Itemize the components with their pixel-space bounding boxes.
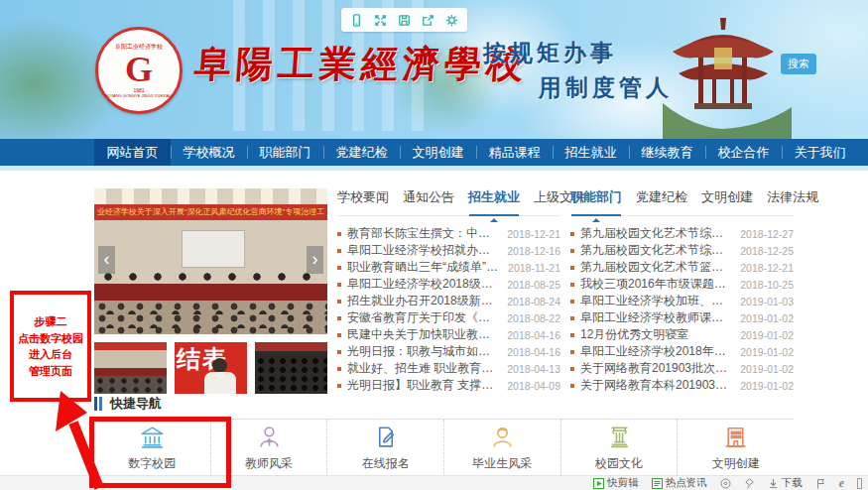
photo-projector-screen — [182, 230, 245, 268]
tab-admissions[interactable]: 招生就业 — [468, 188, 520, 206]
share-icon[interactable] — [421, 13, 435, 28]
tab-laws[interactable]: 法律法规 — [767, 188, 818, 206]
column-icon — [606, 424, 633, 450]
carousel-main-photo[interactable]: 业经济学校关于深入开展“深化正风肃纪优化营商环境”专项治理工 ‹ › — [94, 188, 327, 334]
bullet-icon — [570, 367, 574, 371]
nav-item-admissions[interactable]: 招生就业 — [553, 139, 629, 166]
bullet-icon — [337, 283, 341, 287]
compass-icon[interactable] — [720, 478, 731, 489]
bullet-icon — [337, 384, 341, 388]
news-item[interactable]: 阜阳工业经济学校2018级新生报到场面火...2018-08-25 — [337, 276, 560, 293]
header-banner: 阜阳工业经济学校 G 1981 FUYANG GONGYE JINGJI XUE… — [0, 0, 868, 139]
save-icon[interactable] — [397, 13, 412, 28]
carousel-thumbnail-1[interactable] — [94, 342, 167, 394]
kite-icon[interactable] — [744, 478, 755, 489]
nav-item-about-us[interactable]: 关于我们 — [782, 139, 858, 166]
news-item[interactable]: 阜阳工业经济学校2018年秋季学期校内资...2019-01-02 — [570, 343, 794, 360]
news-panel-mid: 学校要闻 通知公告 招生就业 上级文件 教育部长陈宝生撰文：中国教育，波澜壮..… — [337, 188, 560, 394]
bullet-icon — [570, 333, 574, 337]
settings-icon[interactable] — [444, 13, 459, 28]
video-clip-icon — [593, 478, 604, 489]
search-button[interactable]: 搜索 — [781, 54, 816, 74]
download-button[interactable]: 下载 — [768, 476, 803, 490]
nav-item-courses[interactable]: 精品课程 — [476, 139, 553, 166]
logo-ring-text-en: FUYANG GONGYE JINGJI XUEXIAO — [105, 93, 172, 98]
news-item[interactable]: 就业好、招生难 职业教育到底“差”在...2018-04-13 — [337, 360, 560, 377]
photo-panel-people — [98, 270, 323, 284]
form-icon — [372, 424, 399, 450]
quick-clip-button[interactable]: 快剪辑 — [593, 476, 639, 490]
quick-nav-online-registration[interactable]: 在线报名 — [327, 420, 444, 475]
hot-news-button[interactable]: 热点资讯 — [652, 476, 707, 490]
bullet-icon — [337, 350, 341, 354]
teacher-icon — [256, 424, 283, 450]
flag-icon[interactable] — [815, 478, 826, 489]
news-item[interactable]: 12月份优秀文明寝室2019-01-02 — [570, 326, 794, 343]
nav-item-departments[interactable]: 职能部门 — [247, 139, 323, 166]
bullet-icon — [570, 316, 574, 320]
nav-item-party-discipline[interactable]: 党建纪检 — [323, 139, 400, 166]
news-item[interactable]: 民建中央关于加快职业教育转型 提高城...2018-04-16 — [337, 326, 560, 343]
tab-school-news[interactable]: 学校要闻 — [337, 188, 389, 206]
bullet-icon — [570, 283, 574, 287]
news-item[interactable]: 光明日报：职教与城市如何融合发展2018-04-16 — [337, 343, 560, 360]
news-icon — [652, 478, 663, 489]
bullet-icon — [570, 350, 574, 354]
slogan-line-1: 按规矩办事 — [483, 38, 617, 68]
nav-item-school-enterprise[interactable]: 校企合作 — [705, 139, 782, 166]
quick-nav-civilization[interactable]: 文明创建 — [678, 420, 794, 475]
graduate-icon — [489, 424, 516, 450]
news-item[interactable]: 第九届校园文化艺术节综合才艺比赛决赛2018-12-27 — [570, 225, 794, 242]
quick-nav-digital-campus[interactable]: 数字校园 — [94, 420, 211, 475]
quick-nav-heading: 快捷导航 — [94, 395, 162, 413]
tab-civilization[interactable]: 文明创建 — [701, 188, 753, 206]
news-item[interactable]: 职业教育晒出三年“成绩单”每年七成新...2018-11-21 — [337, 259, 560, 276]
browser-taskbar: 快剪辑 热点资讯 下载 e — [0, 475, 868, 490]
news-item[interactable]: 阜阳工业经济学校加班、值班管理办法2019-01-03 — [570, 293, 794, 309]
building-icon — [722, 424, 749, 450]
bullet-icon — [570, 384, 574, 388]
news-item[interactable]: 我校三项2016年市级课题顺利结题2018-10-25 — [570, 276, 794, 293]
news-item[interactable]: 第九届校园文化艺术节综合才艺比赛初赛2018-12-25 — [570, 242, 794, 259]
news-item[interactable]: 第九届校园文化艺术节篮球赛决赛2018-12-21 — [570, 259, 794, 276]
nav-bottom-strip — [0, 166, 868, 171]
carousel-thumbnail-3[interactable] — [255, 342, 327, 394]
nav-item-school-overview[interactable]: 学校概况 — [171, 139, 247, 166]
bullet-icon — [337, 232, 341, 236]
carousel-prev-button[interactable]: ‹ — [98, 246, 115, 274]
site-title: 阜陽工業經濟學校 — [192, 40, 529, 89]
news-item[interactable]: 安徽省教育厅关于印发《严禁中职招生纪...2018-08-22 — [337, 309, 560, 326]
nav-item-home[interactable]: 网站首页 — [94, 139, 171, 166]
capture-toolbar — [341, 8, 467, 32]
news-item[interactable]: 教育部长陈宝生撰文：中国教育，波澜壮...2018-12-21 — [337, 225, 560, 242]
carousel-thumbnail-2[interactable]: 结表 — [175, 342, 247, 394]
news-item[interactable]: 光明日报】职业教育 支撑城市良性生长2018-04-09 — [337, 377, 560, 394]
news-item[interactable]: 关于网络教育本科201903批次毕业论文写...2019-01-02 — [570, 377, 794, 394]
tab-party-discipline[interactable]: 党建纪检 — [636, 188, 687, 206]
photo-banner-text: 业经济学校关于深入开展“深化正风肃纪优化营商环境”专项治理工 — [94, 204, 327, 220]
quick-nav-graduate-style[interactable]: 毕业生风采 — [444, 420, 561, 475]
clipped-taskbar-icon[interactable] — [857, 478, 862, 489]
ie-browser-icon[interactable]: e — [839, 478, 844, 489]
mobile-icon[interactable] — [349, 13, 364, 28]
news-item[interactable]: 招生就业办召开2018级新生开学前工作布...2018-08-24 — [337, 293, 560, 309]
news-item[interactable]: 关于网络教育201903批次高起专毕业报告...2019-01-02 — [570, 360, 794, 377]
quick-nav-campus-culture[interactable]: 校园文化 — [561, 420, 679, 475]
news-item[interactable]: 阜阳工业经济学校招就办全体党员到刘邓...2018-12-16 — [337, 242, 560, 259]
news-mid-tabs: 学校要闻 通知公告 招生就业 上级文件 — [337, 188, 560, 216]
bullet-icon — [337, 367, 341, 371]
tab-notices[interactable]: 通知公告 — [403, 188, 454, 206]
fullscreen-icon[interactable] — [373, 13, 388, 28]
nav-item-continuing-education[interactable]: 继续教育 — [629, 139, 705, 166]
quick-nav-teacher-style[interactable]: 教师风采 — [211, 420, 328, 475]
carousel-next-button[interactable]: › — [307, 246, 323, 274]
news-item[interactable]: 阜阳工业经济学校教师课堂教学行为规范2019-01-02 — [570, 309, 794, 326]
bullet-icon — [337, 300, 341, 304]
bullet-icon — [337, 249, 341, 253]
download-icon — [768, 478, 779, 489]
nav-item-civilization[interactable]: 文明创建 — [400, 139, 476, 166]
bullet-icon — [337, 333, 341, 337]
news-panel-right: 职能部门 党建纪检 文明创建 法律法规 第九届校园文化艺术节综合才艺比赛决赛20… — [570, 188, 794, 394]
tab-departments[interactable]: 职能部门 — [570, 188, 622, 206]
annotation-step-box: 步骤二 点击数字校园 进入后台 管理页面 — [10, 291, 91, 402]
